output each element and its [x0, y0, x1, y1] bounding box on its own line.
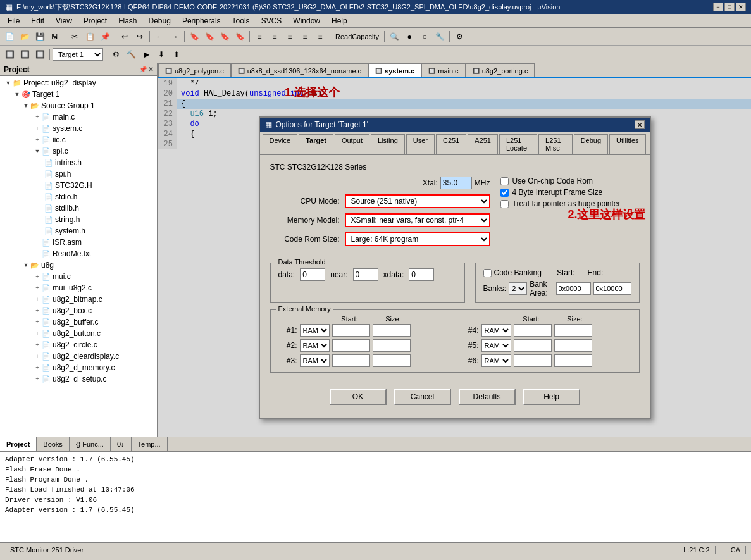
- tree-target1[interactable]: ▼ 🎯 Target 1: [0, 89, 157, 100]
- ext-mem-size-1[interactable]: [373, 324, 411, 337]
- indent4-btn[interactable]: ≡: [313, 30, 327, 44]
- dialog-close-btn[interactable]: ✕: [635, 120, 645, 129]
- ext-mem-size-5[interactable]: [554, 339, 592, 352]
- dialog-tab-l251-misc[interactable]: L251 Misc: [538, 134, 573, 154]
- dialog-tab-user[interactable]: User: [406, 134, 435, 154]
- tree-readme[interactable]: 📄 ReadMe.txt: [0, 248, 157, 259]
- extra-btn3[interactable]: ○: [418, 30, 431, 44]
- ext-mem-type-6[interactable]: RAM: [481, 354, 511, 367]
- tree-iic-c[interactable]: + 📄 iic.c: [0, 134, 157, 146]
- memory-model-select[interactable]: XSmall: near vars, far const, ptr-4 Smal…: [345, 213, 490, 227]
- unindent-btn[interactable]: ≡: [268, 30, 282, 44]
- tree-string-h[interactable]: 📄 string.h: [0, 214, 157, 225]
- tree-mui-u8g2-c[interactable]: + 📄 mui_u8g2.c: [0, 282, 157, 294]
- dialog-tab-l251-locate[interactable]: L251 Locate: [499, 134, 537, 154]
- dialog-tab-listing[interactable]: Listing: [371, 134, 405, 154]
- cut-btn[interactable]: ✂: [68, 30, 82, 44]
- extra-btn4[interactable]: 🔧: [433, 30, 447, 44]
- dialog-tab-utilities[interactable]: Utilities: [609, 134, 645, 154]
- tab-main-c[interactable]: 🔲 main.c: [421, 63, 465, 77]
- bank-start-input[interactable]: [556, 282, 591, 295]
- ext-mem-start-3[interactable]: [332, 354, 370, 367]
- open-btn[interactable]: 📂: [18, 30, 32, 44]
- back-btn[interactable]: ←: [152, 30, 166, 44]
- forward-btn[interactable]: →: [168, 30, 182, 44]
- tree-u8g2-bitmap[interactable]: + 📄 u8g2_bitmap.c: [0, 294, 157, 305]
- new-file-btn[interactable]: 📄: [3, 30, 16, 44]
- ext-mem-size-4[interactable]: [554, 324, 592, 337]
- cpu-mode-select[interactable]: Source (251 native) Binary (8051 compat.…: [345, 194, 490, 208]
- ext-mem-size-6[interactable]: [554, 354, 592, 367]
- indent2-btn[interactable]: ≡: [283, 30, 297, 44]
- bank-end-input[interactable]: [593, 282, 631, 295]
- tree-intrins-h[interactable]: 📄 intrins.h: [0, 157, 157, 168]
- ext-mem-start-1[interactable]: [332, 324, 370, 337]
- bottom-tab-books[interactable]: Books: [37, 437, 70, 451]
- tree-spi-c[interactable]: ▼ 📄 spi.c: [0, 146, 157, 157]
- tree-main-c[interactable]: + 📄 main.c: [0, 111, 157, 123]
- menu-help[interactable]: Help: [326, 15, 352, 27]
- tree-u8g2-d-setup[interactable]: + 📄 u8g2_d_setup.c: [0, 373, 157, 385]
- project-close-btn[interactable]: ✕: [148, 66, 153, 73]
- tab-u8g2-porting[interactable]: 🔲 u8g2_porting.c: [466, 63, 535, 77]
- paste-btn[interactable]: 📌: [98, 30, 112, 44]
- tree-u8g2-buffer[interactable]: + 📄 u8g2_buffer.c: [0, 316, 157, 328]
- tree-source-group1[interactable]: ▼ 📂 Source Group 1: [0, 100, 157, 111]
- treat-far-ptr-checkbox[interactable]: [500, 200, 509, 208]
- tree-stdlib-h[interactable]: 📄 stdlib.h: [0, 202, 157, 214]
- tab-u8g2-polygon[interactable]: 🔲 u8g2_polygon.c: [158, 63, 231, 77]
- xdata-threshold-input[interactable]: [409, 268, 434, 281]
- indent-btn[interactable]: ≡: [252, 30, 266, 44]
- bookmark3-btn[interactable]: 🔖: [218, 30, 232, 44]
- ext-mem-type-4[interactable]: RAM: [481, 324, 511, 337]
- tree-u8g2-box[interactable]: + 📄 u8g2_box.c: [0, 305, 157, 316]
- project-pin-btn[interactable]: 📌: [139, 66, 147, 73]
- bottom-tab-0[interactable]: 0↓: [111, 437, 132, 451]
- defaults-button[interactable]: Defaults: [459, 389, 516, 405]
- tree-isr-asm[interactable]: 📄 ISR.asm: [0, 237, 157, 248]
- tree-u8g2-cleardisplay[interactable]: + 📄 u8g2_cleardisplay.c: [0, 351, 157, 362]
- tb2-btn7[interactable]: ⬇: [154, 47, 168, 61]
- tree-project-root[interactable]: ▼ 📁 Project: u8g2_display: [0, 77, 157, 89]
- dialog-tab-target[interactable]: Target: [299, 134, 333, 154]
- undo-btn[interactable]: ↩: [118, 30, 132, 44]
- menu-window[interactable]: Window: [288, 15, 325, 27]
- bookmark-btn[interactable]: 🔖: [187, 30, 201, 44]
- tb2-btn6[interactable]: ▶: [139, 47, 153, 61]
- ext-mem-type-3[interactable]: RAM: [300, 354, 330, 367]
- close-button[interactable]: ✕: [736, 3, 746, 11]
- bottom-tab-func[interactable]: {} Func...: [70, 437, 111, 451]
- tree-system-c[interactable]: + 📄 system.c: [0, 123, 157, 134]
- tb2-btn5[interactable]: 🔨: [124, 47, 138, 61]
- dialog-tab-c251[interactable]: C251: [436, 134, 466, 154]
- redo-btn[interactable]: ↪: [133, 30, 147, 44]
- code-banking-checkbox[interactable]: [483, 269, 492, 277]
- menu-peripherals[interactable]: Peripherals: [177, 15, 226, 27]
- use-onchip-checkbox[interactable]: [500, 177, 509, 185]
- ext-mem-type-2[interactable]: RAM: [300, 339, 330, 352]
- ext-mem-start-5[interactable]: [514, 339, 552, 352]
- near-threshold-input[interactable]: [353, 268, 378, 281]
- target-dropdown[interactable]: Target 1: [53, 48, 103, 61]
- menu-debug[interactable]: Debug: [144, 15, 176, 27]
- menu-file[interactable]: File: [3, 15, 25, 27]
- tb2-btn4[interactable]: ⚙: [109, 47, 123, 61]
- maximize-button[interactable]: □: [724, 3, 735, 11]
- extra-btn2[interactable]: ●: [402, 30, 416, 44]
- code-rom-size-select[interactable]: Large: 64K program Medium: 32K program: [345, 232, 490, 246]
- ext-mem-start-6[interactable]: [514, 354, 552, 367]
- tab-u8x8-ssd1306[interactable]: 🔲 u8x8_d_ssd1306_128x64_noname.c: [231, 63, 368, 77]
- data-threshold-input[interactable]: [300, 268, 325, 281]
- tree-u8g2-d-memory[interactable]: + 📄 u8g2_d_memory.c: [0, 362, 157, 373]
- bookmark4-btn[interactable]: 🔖: [233, 30, 247, 44]
- settings-btn[interactable]: ⚙: [452, 30, 466, 44]
- copy-btn[interactable]: 📋: [83, 30, 97, 44]
- help-button[interactable]: Help: [523, 389, 580, 405]
- extra-btn1[interactable]: 🔍: [387, 30, 401, 44]
- menu-view[interactable]: View: [51, 15, 77, 27]
- tree-stc32g-h[interactable]: 📄 STC32G.H: [0, 180, 157, 191]
- xtal-input[interactable]: [440, 177, 472, 189]
- ext-mem-size-2[interactable]: [373, 339, 411, 352]
- menu-flash[interactable]: Flash: [113, 15, 142, 27]
- menu-tools[interactable]: Tools: [227, 15, 255, 27]
